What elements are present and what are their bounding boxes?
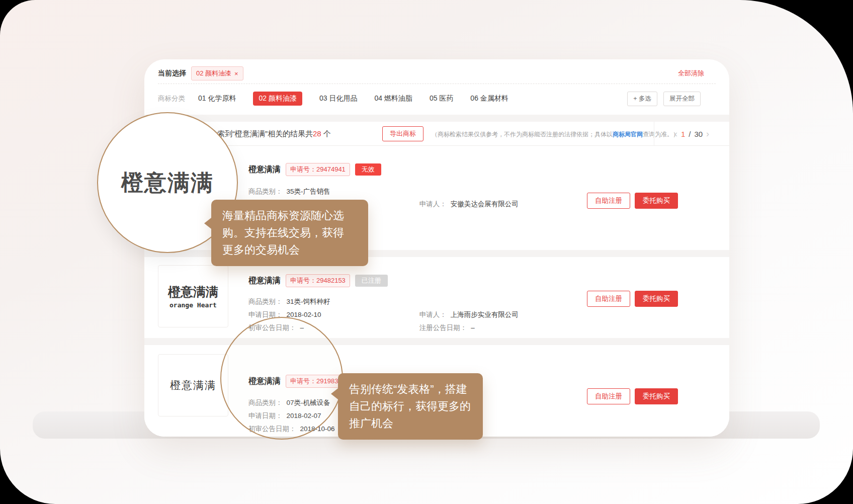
field-value: 2018-02-07: [287, 412, 321, 419]
dashed-divider: [158, 83, 716, 84]
magnified-trademark-text: 橙意满满: [121, 168, 214, 198]
selected-filter-tag-label: 02 颜料油漆: [196, 69, 231, 78]
self-register-button[interactable]: 自助注册: [587, 388, 630, 404]
clear-all-link[interactable]: 全部清除: [678, 69, 704, 78]
field-label: 初审公告日期：: [248, 324, 296, 331]
current-page: 1: [681, 130, 685, 138]
pagination: ‹ 1 / 30 ›: [654, 122, 729, 146]
tag-close-icon[interactable]: ×: [234, 70, 238, 77]
category-item-05[interactable]: 05 医药: [430, 94, 453, 103]
field-value: 2018-02-10: [287, 311, 321, 318]
category-row: 商标分类 01 化学原料 02 颜料油漆 03 日化用品 04 燃料油脂 05 …: [158, 90, 701, 108]
trademark-thumbnail: 橙意满满 orange Heart: [158, 265, 228, 327]
total-pages: 30: [694, 130, 703, 138]
disclaimer-text-1: （商标检索结果仅供参考，不作为商标能否注册的法律依据；具体以: [432, 131, 613, 138]
field-label: 商品类别：: [248, 399, 283, 406]
field-label: 申请日期：: [248, 311, 283, 318]
row-divider: [144, 338, 729, 345]
page-background: 当前选择 02 颜料油漆 × 全部清除 商标分类 01 化学原料 02 颜料油漆…: [0, 0, 853, 504]
results-summary-prefix: 检索到“橙意满满”相关的结果共: [210, 129, 313, 138]
field-label: 申请人：: [419, 311, 447, 318]
prev-page-icon[interactable]: ‹: [674, 129, 677, 138]
thumbnail-text: 橙意满满: [170, 378, 216, 392]
category-item-01[interactable]: 01 化学原料: [198, 94, 236, 103]
table-row: 橙意满满 orange Heart 橙意满满 申请号：29482153 已注册 …: [144, 257, 729, 338]
field-value: –: [300, 324, 304, 331]
export-trademarks-button[interactable]: 导出商标: [382, 126, 423, 141]
field-value: 07类-机械设备: [287, 399, 330, 406]
field-value: 上海雨步实业有限公司: [451, 311, 519, 318]
trademark-office-link[interactable]: 商标局官网: [613, 131, 643, 138]
field-value: 31类-饲料种籽: [287, 298, 330, 305]
field-label: 注册公告日期：: [419, 324, 467, 331]
multi-select-button[interactable]: + 多选: [627, 92, 657, 106]
selected-filter-tag[interactable]: 02 颜料油漆 ×: [191, 66, 243, 80]
thumbnail-text: 橙意满满: [168, 284, 218, 300]
callout-tooltip-promotion: 告别传统“发表格”，搭建 自己的标行，获得更多的 推广机会: [338, 373, 483, 440]
thumbnail-subtext: orange Heart: [169, 301, 217, 309]
entrust-purchase-button[interactable]: 委托购买: [635, 193, 678, 209]
tooltip-line: 推广机会: [349, 415, 472, 432]
field-value: 35类-广告销售: [287, 188, 330, 195]
callout-tooltip-marketplace: 海量精品商标资源随心选 购。支持在线交易，获得 更多的交易机会: [211, 200, 368, 266]
next-page-icon[interactable]: ›: [706, 129, 709, 138]
results-disclaimer: （商标检索结果仅供参考，不作为商标能否注册的法律依据；具体以商标局官网查询为准。…: [432, 130, 679, 139]
page-separator: /: [689, 130, 691, 138]
expand-all-button[interactable]: 展开全部: [663, 92, 701, 106]
self-register-button[interactable]: 自助注册: [587, 291, 630, 307]
category-item-03[interactable]: 03 日化用品: [319, 94, 357, 103]
status-badge: 已注册: [355, 275, 388, 287]
trademark-thumbnail: 橙意满满: [158, 354, 228, 416]
field-label: 商品类别：: [248, 188, 283, 195]
field-value: 2018-10-06: [300, 425, 335, 433]
tooltip-line: 购。支持在线交易，获得: [222, 224, 357, 241]
results-count: 28: [313, 129, 321, 138]
category-actions: + 多选 展开全部: [627, 92, 701, 106]
category-item-02-selected[interactable]: 02 颜料油漆: [253, 92, 302, 106]
trademark-name: 橙意满满: [248, 376, 281, 387]
current-selection-label: 当前选择: [158, 69, 186, 78]
application-number-badge: 申请号：29474941: [286, 163, 350, 176]
trademark-name: 橙意满满: [248, 164, 281, 175]
field-label: 商品类别：: [248, 298, 283, 305]
status-badge: 无效: [355, 163, 381, 176]
results-summary: 检索到“橙意满满”相关的结果共28 个: [210, 129, 331, 139]
field-label: 申请人：: [419, 200, 447, 208]
results-summary-suffix: 个: [321, 129, 331, 138]
results-header: 检索到“橙意满满”相关的结果共28 个 导出商标 （商标检索结果仅供参考，不作为…: [144, 122, 729, 146]
entrust-purchase-button[interactable]: 委托购买: [635, 291, 678, 307]
category-item-04[interactable]: 04 燃料油脂: [374, 94, 412, 103]
field-label: 申请日期：: [248, 412, 283, 419]
category-item-06[interactable]: 06 金属材料: [470, 94, 508, 103]
trademark-name: 橙意满满: [248, 276, 281, 286]
category-row-label: 商标分类: [158, 94, 185, 103]
tooltip-line: 自己的标行，获得更多的: [349, 398, 472, 415]
field-label: 初审公告日期：: [248, 425, 296, 433]
category-items: 01 化学原料 02 颜料油漆 03 日化用品 04 燃料油脂 05 医药 06…: [198, 92, 508, 106]
application-number-badge: 申请号：29482153: [286, 274, 350, 287]
entrust-purchase-button[interactable]: 委托购买: [635, 388, 678, 404]
tooltip-line: 海量精品商标资源随心选: [222, 207, 357, 224]
field-value: 安徽美达会展有限公司: [451, 200, 519, 208]
field-value: –: [471, 324, 475, 331]
filter-section: 当前选择 02 颜料油漆 × 全部清除 商标分类 01 化学原料 02 颜料油漆…: [144, 59, 729, 115]
current-selection-row: 当前选择 02 颜料油漆 × 全部清除: [158, 66, 704, 80]
tooltip-line: 告别传统“发表格”，搭建: [349, 381, 472, 398]
tooltip-line: 更多的交易机会: [222, 241, 357, 259]
self-register-button[interactable]: 自助注册: [587, 193, 630, 209]
